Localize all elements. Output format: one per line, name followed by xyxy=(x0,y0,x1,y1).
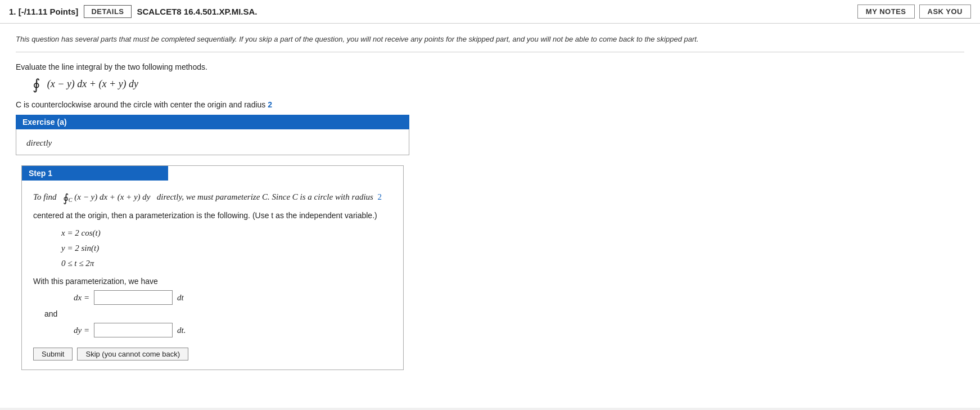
skip-button[interactable]: Skip (you cannot come back) xyxy=(77,348,188,361)
step1-container: Step 1 To find ∮C (x − y) dx + (x + y) d… xyxy=(21,165,404,370)
dx-input[interactable] xyxy=(94,290,173,305)
oint-sub-c: C xyxy=(69,197,73,203)
dx-row: dx = dt xyxy=(61,290,392,305)
btn-row: Submit Skip (you cannot come back) xyxy=(33,348,392,361)
centered-text: centered at the origin, then a parameter… xyxy=(33,211,392,220)
step1-formula: (x − y) dx + (x + y) dy xyxy=(74,192,150,201)
my-notes-button[interactable]: MY NOTES xyxy=(857,4,915,19)
submit-button[interactable]: Submit xyxy=(33,348,73,361)
oint-symbol: ∮ xyxy=(33,76,40,93)
exercise-section: Exercise (a) directly xyxy=(16,115,409,156)
dx-dt: dt xyxy=(177,293,184,303)
step1-body: To find ∮C (x − y) dx + (x + y) dy direc… xyxy=(22,181,403,370)
param-y: y = 2 sin(t) xyxy=(61,241,392,256)
dy-label: dy = xyxy=(61,326,89,335)
points-label: 1. [-/11.11 Points] xyxy=(9,7,78,16)
exercise-bar: Exercise (a) xyxy=(16,115,409,129)
param-t: 0 ≤ t ≤ 2π xyxy=(61,256,392,271)
step1-intro-line: To find ∮C (x − y) dx + (x + y) dy direc… xyxy=(33,188,392,208)
main-content: This question has several parts that mus… xyxy=(0,24,980,408)
course-label: SCALCET8 16.4.501.XP.MI.SA. xyxy=(137,7,258,16)
warning-text: This question has several parts that mus… xyxy=(16,34,964,52)
dy-dt: dt. xyxy=(177,326,186,335)
directly-text: directly xyxy=(26,138,52,147)
ask-you-button[interactable]: ASK YOU xyxy=(919,4,972,19)
and-text: and xyxy=(44,309,392,318)
formula-text: (x − y) dx + (x + y) dy xyxy=(47,78,138,89)
dy-row: dy = dt. xyxy=(61,323,392,337)
circle-info: C is counterclockwise around the circle … xyxy=(16,100,964,109)
to-find-text: To find xyxy=(33,192,57,201)
param-x: x = 2 cos(t) xyxy=(61,226,392,241)
with-text: With this parameterization, we have xyxy=(33,277,392,286)
oint-subscript xyxy=(43,84,45,91)
circle-radius: 2 xyxy=(268,100,272,109)
directly-inline: directly, we must parameterize C. Since … xyxy=(157,192,373,201)
exercise-body: directly xyxy=(16,129,409,156)
top-bar-right: MY NOTES ASK YOU xyxy=(857,4,971,19)
param-block: x = 2 cos(t) y = 2 sin(t) 0 ≤ t ≤ 2π xyxy=(61,226,392,271)
step1-bar: Step 1 xyxy=(22,166,168,181)
step1-radius: 2 xyxy=(377,192,382,201)
top-bar-left: 1. [-/11.11 Points] DETAILS SCALCET8 16.… xyxy=(9,5,850,18)
dy-input[interactable] xyxy=(94,323,173,337)
integral-formula: ∮ (x − y) dx + (x + y) dy xyxy=(33,76,964,93)
oint-step: ∮ xyxy=(63,192,69,204)
evaluate-text: Evaluate the line integral by the two fo… xyxy=(16,62,964,71)
top-bar: 1. [-/11.11 Points] DETAILS SCALCET8 16.… xyxy=(0,0,980,24)
dx-label: dx = xyxy=(61,293,89,303)
details-button[interactable]: DETAILS xyxy=(84,5,131,18)
